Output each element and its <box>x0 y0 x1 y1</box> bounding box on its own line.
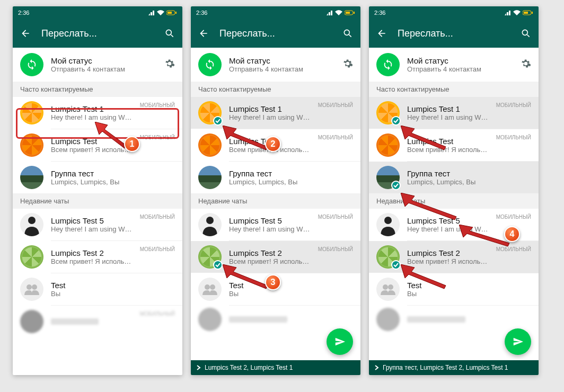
contact-name: Test <box>51 281 175 290</box>
status-subtitle: Отправить 4 контактам <box>51 65 157 73</box>
contact-tag: МОБИЛЬНЫЙ <box>496 102 531 108</box>
contact-row-lumpics-test[interactable]: Lumpics Test Всем привет! Я использую Wh… <box>191 129 360 161</box>
status-time: 2:36 <box>18 10 29 16</box>
send-fab[interactable] <box>327 328 353 355</box>
contact-row-test[interactable]: Test Вы <box>369 273 539 305</box>
contact-status: Hey there! I am using WhatsApp. <box>229 113 311 121</box>
back-button[interactable] <box>197 27 210 40</box>
contact-tag: МОБИЛЬНЫЙ <box>140 102 175 108</box>
contact-row-lumpics-test-2[interactable]: Lumpics Test 2 Всем привет! Я использую … <box>369 241 539 273</box>
contact-name: Test <box>229 281 353 290</box>
status-subtitle: Отправить 4 контактам <box>229 65 335 73</box>
status-avatar-icon <box>20 53 43 76</box>
my-status-row[interactable]: Мой статус Отправить 4 контактам <box>13 48 182 82</box>
avatar <box>20 278 43 301</box>
contact-row-lumpics-test[interactable]: Lumpics Test Всем привет! Я использую Wh… <box>13 129 182 161</box>
avatar <box>376 133 400 157</box>
selected-check-icon <box>213 116 223 126</box>
section-frequent: Часто контактируемые <box>369 82 539 97</box>
avatar <box>376 166 400 189</box>
contact-status: Вы <box>229 290 353 298</box>
svg-point-17 <box>522 30 527 35</box>
contact-row-lumpics-test-5[interactable]: Lumpics Test 5 Hey there! I am using Wha… <box>369 209 539 240</box>
svg-point-6 <box>32 284 37 290</box>
svg-point-3 <box>166 30 171 35</box>
status-title: Мой статус <box>407 56 513 65</box>
svg-point-19 <box>383 284 388 290</box>
avatar <box>376 101 400 124</box>
back-button[interactable] <box>19 27 32 40</box>
contact-row-lumpics-test-1[interactable]: Lumpics Test 1 Hey there! I am using Wha… <box>369 97 539 129</box>
blurred-row: МОБИЛЬНЫЙ <box>13 306 182 337</box>
search-button[interactable] <box>519 27 532 40</box>
contact-row-lumpics-test-5[interactable]: Lumpics Test 5 Hey there! I am using Wha… <box>191 209 360 240</box>
selection-summary: Lumpics Test 2, Lumpics Test 1 <box>205 364 293 371</box>
contact-status: Hey there! I am using WhatsApp. <box>229 225 311 233</box>
status-icons <box>505 10 533 15</box>
contact-row-lumpics-test-5[interactable]: Lumpics Test 5 Hey there! I am using Wha… <box>13 209 182 240</box>
my-status-row[interactable]: Мой статус Отправить 4 контактам <box>369 48 539 82</box>
contact-row-lumpics-test[interactable]: Lumpics Test Всем привет! Я использую Wh… <box>369 129 539 161</box>
contact-status: Lumpics, Lumpics, Вы <box>229 178 353 186</box>
contact-row-test[interactable]: Test Вы <box>13 273 182 305</box>
avatar <box>20 213 43 236</box>
status-icons <box>148 10 177 15</box>
avatar <box>20 166 43 189</box>
contact-status: Hey there! I am using WhatsApp. <box>407 113 489 121</box>
section-recent: Недавние чаты <box>13 193 182 209</box>
contact-row-test[interactable]: Test Вы <box>191 273 360 305</box>
contact-name: Lumpics Test 1 <box>229 104 311 113</box>
phone-screenshot-3: 2:36 Переслать... Мой статус Отправить 4… <box>369 6 539 375</box>
status-icons <box>327 10 355 15</box>
contact-status: Lumpics, Lumpics, Вы <box>51 178 175 186</box>
contact-row-group-test[interactable]: Группа тест Lumpics, Lumpics, Вы <box>13 162 182 193</box>
contact-tag: МОБИЛЬНЫЙ <box>318 102 353 108</box>
phone-screenshot-1: 2:36 Переслать... Мой статус Отправить 4 <box>13 6 182 375</box>
appbar-title: Переслать... <box>219 28 332 39</box>
status-time: 2:36 <box>374 10 385 16</box>
appbar-title: Переслать... <box>398 28 510 39</box>
my-status-row[interactable]: Мой статус Отправить 4 контактам <box>191 48 360 82</box>
contact-tag: МОБИЛЬНЫЙ <box>140 214 175 220</box>
status-settings-button[interactable] <box>342 58 353 71</box>
svg-rect-9 <box>354 12 355 14</box>
status-settings-button[interactable] <box>521 58 531 71</box>
search-button[interactable] <box>341 27 354 40</box>
contact-name: Lumpics Test <box>51 137 133 146</box>
contact-name: Lumpics Test 5 <box>51 216 133 225</box>
contact-name: Lumpics Test 1 <box>51 104 133 113</box>
avatar <box>198 278 222 301</box>
svg-point-13 <box>210 284 215 290</box>
search-button[interactable] <box>163 27 176 40</box>
status-time: 2:36 <box>196 10 207 16</box>
contact-tag: МОБИЛЬНЫЙ <box>140 135 175 140</box>
status-avatar-icon <box>198 53 222 76</box>
status-title: Мой статус <box>51 56 157 65</box>
selected-check-icon <box>391 260 401 270</box>
contact-name: Lumpics Test <box>407 137 489 146</box>
contact-row-lumpics-test-1[interactable]: Lumpics Test 1 Hey there! I am using Wha… <box>191 97 360 129</box>
avatar <box>198 245 222 269</box>
send-fab[interactable] <box>505 328 531 355</box>
contact-status: Всем привет! Я использую WhatsApp. <box>51 146 133 154</box>
svg-point-20 <box>388 284 393 290</box>
chevron-right-icon <box>196 365 201 370</box>
contact-row-lumpics-test-2[interactable]: Lumpics Test 2 Всем привет! Я использую … <box>191 241 360 273</box>
contact-name: Группа тест <box>229 169 353 178</box>
contact-row-lumpics-test-1[interactable]: Lumpics Test 1 Hey there! I am using Wha… <box>13 97 182 129</box>
svg-rect-8 <box>346 12 350 14</box>
contact-status: Hey there! I am using WhatsApp. <box>407 225 489 233</box>
back-button[interactable] <box>375 27 388 40</box>
status-settings-button[interactable] <box>164 58 175 71</box>
svg-rect-1 <box>168 12 172 14</box>
contact-status: Всем привет! Я использую WhatsApp. <box>407 257 489 265</box>
contact-name: Lumpics Test 5 <box>407 216 489 225</box>
contact-status: Вы <box>51 290 175 298</box>
section-frequent: Часто контактируемые <box>191 82 360 97</box>
avatar <box>198 166 222 189</box>
contact-status: Lumpics, Lumpics, Вы <box>407 178 531 186</box>
contact-row-group-test[interactable]: Группа тест Lumpics, Lumpics, Вы <box>369 162 539 193</box>
contact-row-group-test[interactable]: Группа тест Lumpics, Lumpics, Вы <box>191 162 360 193</box>
avatar <box>376 245 400 269</box>
contact-row-lumpics-test-2[interactable]: Lumpics Test 2 Всем привет! Я использую … <box>13 241 182 273</box>
